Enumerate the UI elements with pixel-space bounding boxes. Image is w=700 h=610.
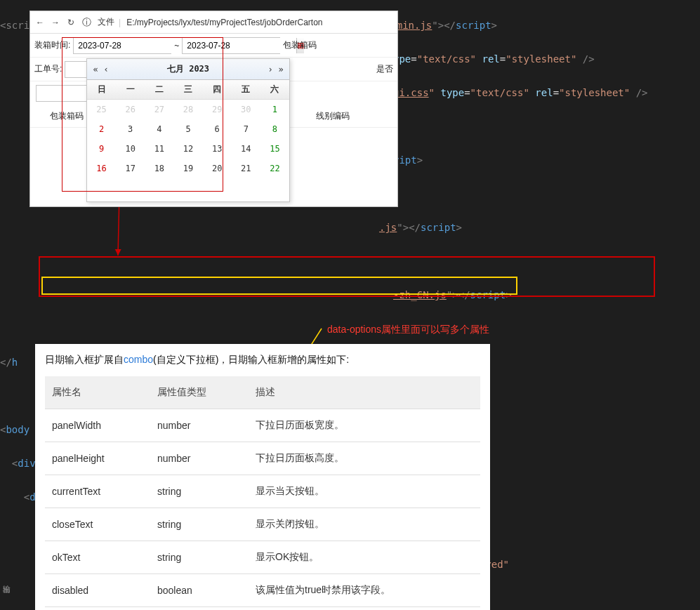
file-label: 文件 [98, 16, 114, 28]
label-yesno: 是否 [376, 63, 393, 75]
cell-desc: 显示当天按钮。 [249, 475, 480, 508]
js-file: .js [379, 222, 397, 233]
highlight-yellow-box [41, 277, 517, 295]
cell-name: panelHeight [45, 442, 150, 475]
reload-icon[interactable]: ↻ [65, 18, 77, 27]
col-linecode[interactable]: 线别编码 [301, 110, 365, 122]
day-cell[interactable]: 22 [260, 159, 289, 178]
day-cell[interactable]: 21 [232, 159, 260, 178]
attributes-table: 属性名 属性值类型 描述 panelWidthnumber下拉日历面板宽度。pa… [45, 376, 480, 607]
table-row: okTextstring显示OK按钮。 [45, 541, 480, 574]
day-cell[interactable]: 17 [116, 159, 145, 178]
day-cell[interactable]: 26 [116, 100, 145, 119]
day-cell[interactable]: 1 [260, 100, 289, 119]
day-cell[interactable]: 6 [203, 119, 232, 139]
cell-name: panelWidth [45, 409, 150, 442]
dow-header: 六 [260, 80, 289, 100]
day-cell[interactable]: 13 [203, 139, 232, 159]
day-cell[interactable]: 30 [232, 100, 260, 119]
label-packtime: 装箱时间: [34, 39, 70, 51]
next-year-icon[interactable]: » [277, 65, 285, 74]
table-row: closeTextstring显示关闭按钮。 [45, 508, 480, 541]
day-cell[interactable]: 12 [173, 139, 202, 159]
day-cell[interactable]: 8 [260, 119, 289, 139]
cell-name: disabled [45, 574, 150, 607]
dow-header: 二 [145, 80, 173, 100]
dow-header: 三 [173, 80, 202, 100]
date-input-end[interactable] [183, 38, 296, 53]
prev-year-icon[interactable]: « [91, 65, 100, 74]
day-cell[interactable]: 9 [87, 139, 116, 159]
dow-header: 日 [87, 80, 116, 100]
info-icon[interactable]: ⓘ [81, 16, 92, 29]
datepicker-grid: 日一二三四五六252627282930123456789101112131415… [87, 80, 289, 178]
th-name: 属性名 [45, 376, 150, 409]
day-cell[interactable]: 7 [232, 119, 260, 139]
url-text[interactable]: E:/myProjects/lyx/test/myProjectTest/job… [126, 18, 322, 27]
day-cell[interactable]: 28 [173, 100, 202, 119]
day-cell[interactable]: 4 [145, 119, 173, 139]
css-file: ui.css [393, 87, 429, 98]
day-cell[interactable]: 27 [145, 100, 173, 119]
datebox-end[interactable]: ▦ [182, 37, 280, 54]
intro-post: (自定义下拉框)，日期输入框新增的属性如下: [153, 354, 349, 365]
intro-pre: 日期输入框扩展自 [45, 354, 124, 365]
cell-type: string [150, 541, 249, 574]
annotation-text: data-options属性里面可以写多个属性 [327, 324, 489, 336]
combo-link[interactable]: combo [124, 354, 153, 365]
cell-desc: 下拉日历面板高度。 [249, 442, 480, 475]
bracket: > [491, 20, 497, 31]
cell-type: boolean [150, 574, 249, 607]
tilde: ~ [174, 41, 179, 51]
script-close-frag: "></ [432, 20, 456, 31]
day-cell[interactable]: 14 [232, 139, 260, 159]
back-icon[interactable]: ← [34, 18, 46, 27]
day-cell[interactable]: 3 [116, 119, 145, 139]
day-cell[interactable]: 11 [145, 139, 173, 159]
datepicker-panel[interactable]: « ‹ 七月 2023 › » 日一二三四五六25262728293012345… [86, 58, 290, 202]
prev-month-icon[interactable]: ‹ [102, 65, 110, 74]
cell-desc: 显示OK按钮。 [249, 541, 480, 574]
datebox-start[interactable]: ▦ [73, 37, 171, 54]
forward-icon[interactable]: → [50, 18, 61, 27]
dow-header: 五 [232, 80, 260, 100]
cell-name: closeText [45, 508, 150, 541]
doc-intro: 日期输入框扩展自combo(自定义下拉框)，日期输入框新增的属性如下: [45, 354, 480, 366]
th-desc: 描述 [249, 376, 480, 409]
datepicker-title[interactable]: 七月 2023 [167, 63, 209, 75]
doc-panel: 日期输入框扩展自combo(自定义下拉框)，日期输入框新增的属性如下: 属性名 … [35, 344, 490, 610]
next-month-icon[interactable]: › [266, 65, 275, 74]
cell-type: number [150, 409, 249, 442]
cell-name: currentText [45, 475, 150, 508]
date-input-start[interactable] [74, 38, 187, 53]
day-cell[interactable]: 18 [145, 159, 173, 178]
close-script: "></ [397, 222, 421, 233]
day-cell[interactable]: 25 [87, 100, 116, 119]
day-cell[interactable]: 29 [203, 100, 232, 119]
table-row: disabledboolean该属性值为true时禁用该字段。 [45, 574, 480, 607]
cell-type: string [150, 508, 249, 541]
day-cell[interactable]: 20 [203, 159, 232, 178]
cell-name: okText [45, 541, 150, 574]
cell-type: number [150, 442, 249, 475]
script-kw: script [456, 20, 491, 31]
cell-desc: 该属性值为true时禁用该字段。 [249, 574, 480, 607]
table-row: currentTextstring显示当天按钮。 [45, 475, 480, 508]
form-row-dates: 装箱时间: ▦ ~ ▦ 包装箱码 [30, 34, 397, 58]
dow-header: 一 [116, 80, 145, 100]
th-type: 属性值类型 [150, 376, 249, 409]
cell-desc: 下拉日历面板宽度。 [249, 409, 480, 442]
table-row: panelWidthnumber下拉日历面板宽度。 [45, 409, 480, 442]
day-cell[interactable]: 5 [173, 119, 202, 139]
cell-type: string [150, 475, 249, 508]
table-row: panelHeightnumber下拉日历面板高度。 [45, 442, 480, 475]
day-cell[interactable]: 10 [116, 139, 145, 159]
day-cell[interactable]: 2 [87, 119, 116, 139]
footer-output: 输出 [0, 576, 14, 610]
day-cell[interactable]: 19 [173, 159, 202, 178]
address-bar: ← → ↻ ⓘ 文件 | E:/myProjects/lyx/test/myPr… [30, 11, 397, 34]
day-cell[interactable]: 16 [87, 159, 116, 178]
day-cell[interactable]: 15 [260, 139, 289, 159]
dow-header: 四 [203, 80, 232, 100]
cell-desc: 显示关闭按钮。 [249, 508, 480, 541]
